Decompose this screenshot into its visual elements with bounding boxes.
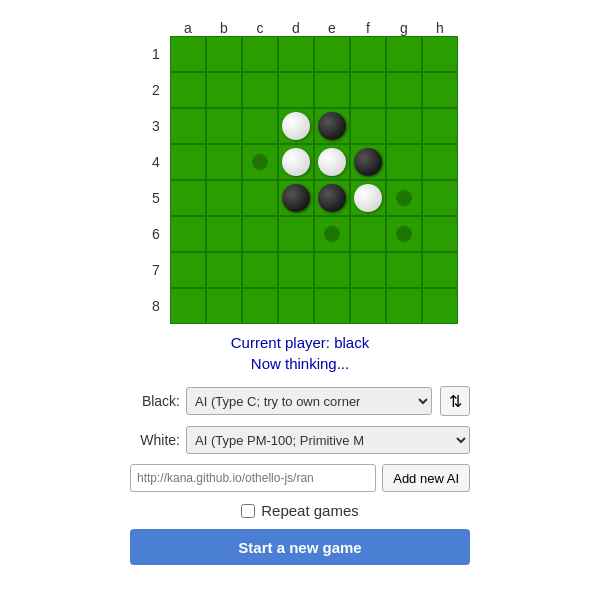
cell-d1[interactable] xyxy=(278,36,314,72)
repeat-row: Repeat games xyxy=(130,502,470,519)
black-piece xyxy=(354,148,382,176)
row-cells-7 xyxy=(170,252,458,288)
cell-d5[interactable] xyxy=(278,180,314,216)
cell-c1[interactable] xyxy=(242,36,278,72)
cell-f1[interactable] xyxy=(350,36,386,72)
cell-c7[interactable] xyxy=(242,252,278,288)
cell-e4[interactable] xyxy=(314,144,350,180)
cell-e6[interactable] xyxy=(314,216,350,252)
cell-a2[interactable] xyxy=(170,72,206,108)
board-row-7: 7 xyxy=(142,252,458,288)
cell-d2[interactable] xyxy=(278,72,314,108)
cell-d7[interactable] xyxy=(278,252,314,288)
col-label-c: c xyxy=(242,20,278,36)
cell-a1[interactable] xyxy=(170,36,206,72)
board-row-5: 5 xyxy=(142,180,458,216)
board-row-3: 3 xyxy=(142,108,458,144)
cell-e2[interactable] xyxy=(314,72,350,108)
cell-d8[interactable] xyxy=(278,288,314,324)
cell-f6[interactable] xyxy=(350,216,386,252)
cell-a5[interactable] xyxy=(170,180,206,216)
cell-c3[interactable] xyxy=(242,108,278,144)
white-player-select[interactable]: AI (Type PM-100; Primitive M xyxy=(186,426,470,454)
cell-f3[interactable] xyxy=(350,108,386,144)
hint-indicator xyxy=(252,154,268,170)
cell-e3[interactable] xyxy=(314,108,350,144)
cell-e7[interactable] xyxy=(314,252,350,288)
cell-b4[interactable] xyxy=(206,144,242,180)
swap-players-button[interactable]: ⇅ xyxy=(440,386,470,416)
cell-c4[interactable] xyxy=(242,144,278,180)
cell-b7[interactable] xyxy=(206,252,242,288)
cell-h6[interactable] xyxy=(422,216,458,252)
cell-a4[interactable] xyxy=(170,144,206,180)
thinking-text: Now thinking... xyxy=(231,355,369,372)
cell-h5[interactable] xyxy=(422,180,458,216)
cell-f2[interactable] xyxy=(350,72,386,108)
black-player-select[interactable]: AI (Type C; try to own corner xyxy=(186,387,432,415)
cell-b1[interactable] xyxy=(206,36,242,72)
cell-e1[interactable] xyxy=(314,36,350,72)
cell-f5[interactable] xyxy=(350,180,386,216)
row-label-6: 6 xyxy=(142,226,170,242)
cell-f8[interactable] xyxy=(350,288,386,324)
cell-h8[interactable] xyxy=(422,288,458,324)
white-piece xyxy=(282,148,310,176)
cell-a6[interactable] xyxy=(170,216,206,252)
repeat-games-checkbox[interactable] xyxy=(241,504,255,518)
cell-e5[interactable] xyxy=(314,180,350,216)
black-piece xyxy=(318,112,346,140)
board-row-2: 2 xyxy=(142,72,458,108)
row-cells-8 xyxy=(170,288,458,324)
cell-g7[interactable] xyxy=(386,252,422,288)
cell-c6[interactable] xyxy=(242,216,278,252)
row-cells-6 xyxy=(170,216,458,252)
col-label-e: e xyxy=(314,20,350,36)
board-rows: 12345678 xyxy=(142,36,458,324)
cell-a7[interactable] xyxy=(170,252,206,288)
cell-g5[interactable] xyxy=(386,180,422,216)
cell-h3[interactable] xyxy=(422,108,458,144)
cell-g4[interactable] xyxy=(386,144,422,180)
cell-g2[interactable] xyxy=(386,72,422,108)
white-player-row: White: AI (Type PM-100; Primitive M xyxy=(130,426,470,454)
cell-b8[interactable] xyxy=(206,288,242,324)
cell-f4[interactable] xyxy=(350,144,386,180)
add-ai-button[interactable]: Add new AI xyxy=(382,464,470,492)
col-labels: abcdefgh xyxy=(170,20,458,36)
cell-a3[interactable] xyxy=(170,108,206,144)
cell-c2[interactable] xyxy=(242,72,278,108)
cell-c8[interactable] xyxy=(242,288,278,324)
row-label-2: 2 xyxy=(142,82,170,98)
status-area: Current player: black Now thinking... xyxy=(231,334,369,372)
cell-b6[interactable] xyxy=(206,216,242,252)
cell-h4[interactable] xyxy=(422,144,458,180)
cell-d6[interactable] xyxy=(278,216,314,252)
row-label-1: 1 xyxy=(142,46,170,62)
cell-a8[interactable] xyxy=(170,288,206,324)
row-label-8: 8 xyxy=(142,298,170,314)
cell-h7[interactable] xyxy=(422,252,458,288)
cell-g6[interactable] xyxy=(386,216,422,252)
col-label-f: f xyxy=(350,20,386,36)
cell-h2[interactable] xyxy=(422,72,458,108)
current-player-value: black xyxy=(334,334,369,351)
cell-b2[interactable] xyxy=(206,72,242,108)
cell-f7[interactable] xyxy=(350,252,386,288)
cell-d4[interactable] xyxy=(278,144,314,180)
cell-g8[interactable] xyxy=(386,288,422,324)
cell-g1[interactable] xyxy=(386,36,422,72)
cell-c5[interactable] xyxy=(242,180,278,216)
cell-d3[interactable] xyxy=(278,108,314,144)
cell-b3[interactable] xyxy=(206,108,242,144)
cell-g3[interactable] xyxy=(386,108,422,144)
start-game-button[interactable]: Start a new game xyxy=(130,529,470,565)
row-label-4: 4 xyxy=(142,154,170,170)
cell-b5[interactable] xyxy=(206,180,242,216)
row-cells-1 xyxy=(170,36,458,72)
ai-url-input[interactable] xyxy=(130,464,376,492)
cell-e8[interactable] xyxy=(314,288,350,324)
start-game-label: Start a new game xyxy=(238,539,361,556)
cell-h1[interactable] xyxy=(422,36,458,72)
col-label-g: g xyxy=(386,20,422,36)
